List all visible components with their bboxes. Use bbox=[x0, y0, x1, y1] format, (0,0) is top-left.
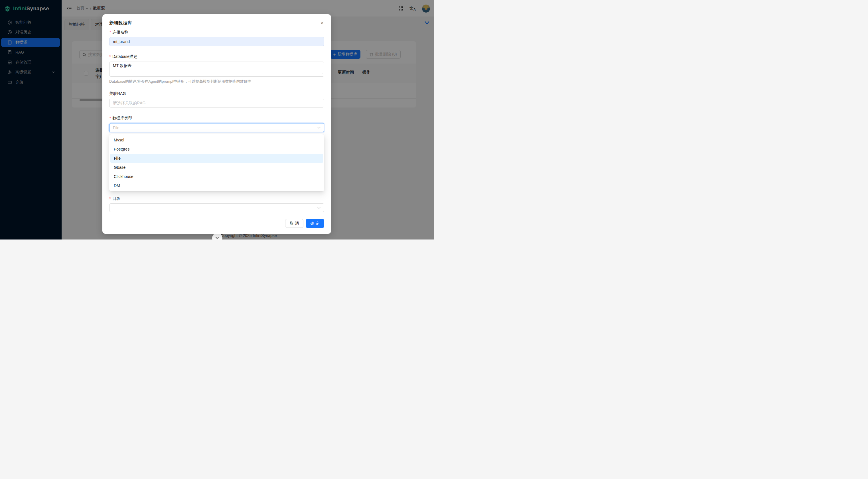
dropdown-option-file[interactable]: File bbox=[111, 154, 323, 163]
required-mark: * bbox=[109, 116, 111, 120]
field-label-database-desc: *Database描述 bbox=[109, 54, 137, 59]
dropdown-option-mysql[interactable]: Mysql bbox=[111, 135, 323, 145]
database-desc-help: Database的描述,将会在Agent的prompt中使用，可以提高模型判断使… bbox=[109, 79, 324, 84]
resize-handle[interactable] bbox=[321, 73, 323, 75]
field-label-connection-name: *连接名称 bbox=[109, 30, 128, 35]
required-mark: * bbox=[109, 30, 111, 34]
required-mark: * bbox=[109, 54, 111, 59]
chevron-down-icon bbox=[317, 127, 320, 129]
database-desc-value: MT 数据表 bbox=[113, 63, 132, 68]
close-icon[interactable]: ✕ bbox=[319, 20, 326, 26]
connection-name-input[interactable]: mt_brand bbox=[109, 37, 324, 46]
required-mark: * bbox=[109, 196, 111, 201]
field-label-rag: 关联RAG bbox=[109, 91, 126, 96]
catalog-select[interactable] bbox=[109, 203, 324, 212]
db-type-value: File bbox=[113, 125, 120, 130]
field-label-catalog: *目录 bbox=[109, 196, 120, 201]
field-label-db-type: *数据库类型 bbox=[109, 116, 132, 121]
db-type-dropdown: Mysql Postgres File Gbase Clickhouse DM bbox=[109, 134, 324, 191]
database-desc-textarea[interactable]: MT 数据表 bbox=[109, 62, 324, 77]
db-type-select[interactable]: File bbox=[109, 123, 324, 132]
confirm-button[interactable]: 确 定 bbox=[306, 219, 324, 228]
rag-select[interactable]: 请选择关联的RAG bbox=[109, 99, 324, 107]
chevron-down-icon bbox=[317, 207, 320, 209]
modal-title: 新增数据库 bbox=[109, 20, 132, 26]
add-database-modal: 新增数据库 ✕ *连接名称 mt_brand *Database描述 MT 数据… bbox=[102, 14, 331, 234]
dropdown-option-dm[interactable]: DM bbox=[111, 181, 323, 190]
dropdown-option-gbase[interactable]: Gbase bbox=[111, 163, 323, 172]
dropdown-option-clickhouse[interactable]: Clickhouse bbox=[111, 172, 323, 181]
cancel-button[interactable]: 取 消 bbox=[285, 219, 303, 228]
dropdown-option-postgres[interactable]: Postgres bbox=[111, 145, 323, 154]
chevron-down-icon bbox=[215, 237, 219, 240]
